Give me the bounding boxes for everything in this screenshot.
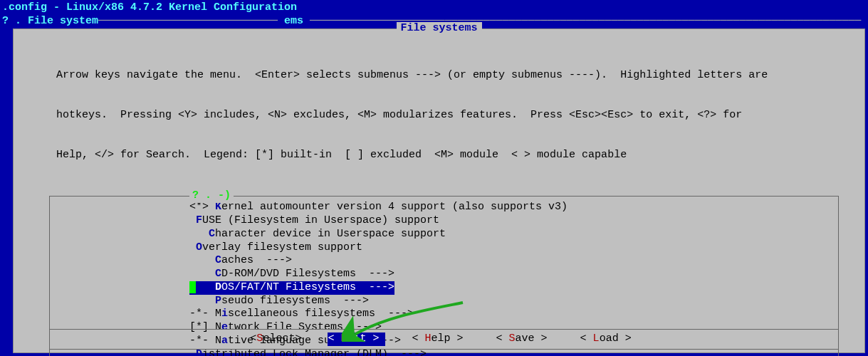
window-title: .config - Linux/x86 4.7.2 Kernel Configu… [0, 0, 868, 15]
menu-item[interactable]: CD-ROM/DVD Filesystems ---> [189, 268, 838, 281]
dialog: File systems Arrow keys navigate the men… [13, 28, 865, 353]
menu-item[interactable]: Pseudo filesystems ---> [189, 295, 838, 308]
dialog-title: File systems [396, 22, 481, 36]
save-button[interactable]: < Save > [496, 333, 554, 346]
button-bar: <Select> < Exit > < Help > < Save > < Lo… [49, 329, 839, 350]
select-button[interactable]: <Select> [250, 333, 301, 346]
menu-item[interactable]: Overlay filesystem support [189, 241, 838, 255]
help-line-3: Help, </> for Search. Legend: [*] built-… [56, 149, 845, 162]
menu-item[interactable]: Caches ---> [189, 254, 838, 268]
breadcrumb-dash2: ────────────────────────────────────────… [303, 15, 861, 27]
menu-item[interactable]: DOS/FAT/NT Filesystems ---> [189, 281, 394, 295]
scroll-indicator: ? . -) [189, 189, 234, 203]
breadcrumb-dash: ──────────────────────────── [98, 15, 284, 27]
breadcrumb-left: ? . File system [2, 15, 98, 27]
load-button[interactable]: < Load > [580, 333, 638, 346]
help-line-2: hotkeys. Pressing <Y> includes, <N> excl… [56, 109, 845, 122]
exit-button[interactable]: < Exit > [328, 333, 385, 346]
menu-item[interactable]: <*> Kernel automounter version 4 support… [189, 201, 838, 214]
menu-item[interactable]: FUSE (Filesystem in Userspace) support [189, 214, 838, 228]
help-text: Arrow keys navigate the menu. <Enter> se… [14, 29, 864, 193]
menu-item[interactable]: Character device in Userspace support [189, 228, 838, 241]
help-button[interactable]: < Help > [412, 333, 469, 346]
breadcrumb-mid: ems [284, 15, 303, 27]
menu-item[interactable]: -*- Miscellaneous filesystems ---> [189, 308, 838, 321]
help-line-1: Arrow keys navigate the menu. <Enter> se… [56, 69, 845, 83]
